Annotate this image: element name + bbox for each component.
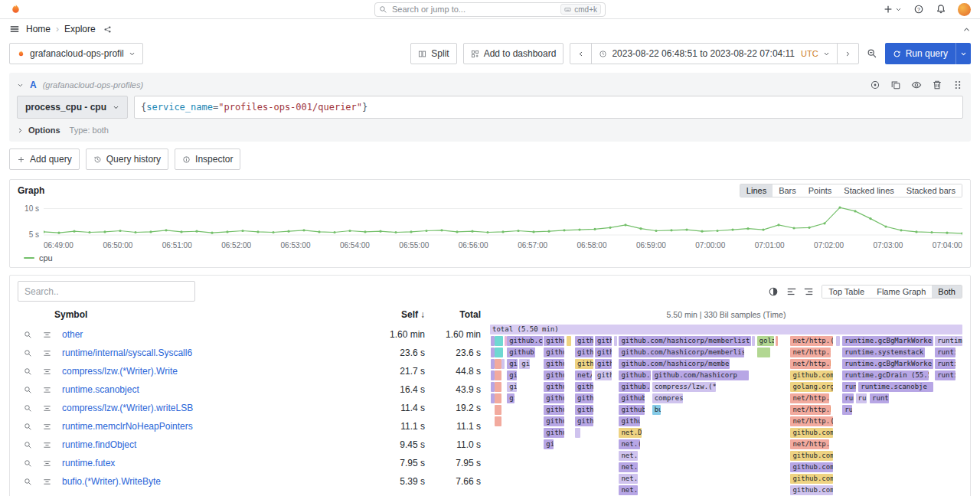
flame-block[interactable]: github.cc [507, 336, 543, 346]
flame-block[interactable]: net.( [619, 462, 638, 472]
hide-response-button[interactable] [911, 80, 922, 90]
run-query-options-button[interactable] [956, 43, 971, 64]
sandwich-view-icon[interactable] [43, 329, 54, 340]
sandwich-view-icon[interactable] [43, 458, 54, 468]
flame-block[interactable] [575, 428, 580, 438]
flame-block[interactable]: github.com/g [790, 474, 833, 484]
flame-block[interactable]: net.(* [619, 439, 639, 449]
sandwich-view-icon[interactable] [43, 366, 54, 377]
flame-block[interactable]: runtime.systemstack ( [842, 348, 925, 357]
flame-block[interactable]: github.com/hashicorp/memberlist.( [619, 348, 744, 357]
flame-block[interactable] [614, 336, 617, 346]
notifications-button[interactable] [936, 4, 946, 15]
search-symbol-icon[interactable] [24, 476, 34, 487]
flame-block[interactable]: net.Di [619, 428, 642, 438]
flame-block[interactable]: net/http.ser [790, 348, 831, 357]
flame-block[interactable]: runt [870, 393, 889, 403]
flame-block[interactable]: net/http.Hanc [790, 405, 831, 415]
flame-block[interactable] [491, 359, 494, 369]
flame-block[interactable]: gola [757, 336, 774, 346]
flame-block[interactable] [495, 416, 501, 426]
grafana-logo[interactable] [9, 3, 22, 16]
symbol-link[interactable]: compress/lzw.(*Writer).writeLSB [62, 403, 360, 413]
flame-block[interactable]: git [507, 370, 516, 380]
flame-block[interactable]: github.com/hashicorp/memberlist.(* [619, 336, 750, 346]
flame-block[interactable]: github.com/g [790, 370, 833, 380]
add-to-dashboard-button[interactable]: Add to dashboard [463, 43, 564, 64]
flame-block[interactable]: githu [544, 370, 564, 380]
flame-block[interactable] [495, 359, 501, 369]
flame-block[interactable]: git [507, 359, 518, 369]
flame-block[interactable]: github.com/g [790, 428, 833, 438]
color-scheme-button[interactable] [768, 286, 779, 297]
toggle-bars[interactable]: Bars [773, 184, 802, 197]
flame-block[interactable] [752, 336, 755, 346]
symbol-link[interactable]: runtime/internal/syscall.Syscall6 [62, 348, 360, 358]
sandwich-view-icon[interactable] [43, 384, 54, 395]
flame-block[interactable]: githu [544, 393, 564, 403]
sandwich-view-icon[interactable] [43, 421, 54, 432]
toggle-stacked-bars[interactable]: Stacked bars [900, 184, 962, 197]
query-status-button[interactable] [870, 80, 880, 90]
flame-block[interactable]: bu [652, 405, 661, 415]
flame-block[interactable] [757, 348, 770, 357]
flame-block[interactable]: net/http.(*c [790, 336, 833, 346]
column-self[interactable]: Self↓ [360, 309, 425, 320]
align-left-button[interactable] [786, 286, 797, 297]
flame-block[interactable]: net/http.(*c [790, 416, 833, 426]
flame-block[interactable]: git [519, 359, 530, 369]
flame-block[interactable]: runti [935, 359, 956, 369]
flame-block[interactable]: githu [575, 393, 593, 403]
column-total[interactable]: Total [425, 309, 490, 320]
flame-block[interactable]: githu [575, 382, 593, 392]
symbol-link[interactable]: bufio.(*Writer).WriteByte [62, 476, 360, 487]
flame-block[interactable]: githu [595, 336, 612, 346]
search-symbol-icon[interactable] [24, 439, 34, 450]
flame-block[interactable]: compres [652, 393, 683, 403]
flame-block[interactable]: githu [544, 416, 564, 426]
inspector-button[interactable]: Inspector [175, 148, 240, 170]
flame-block[interactable]: githu [595, 370, 612, 380]
flame-block[interactable]: githu [544, 348, 564, 357]
global-search[interactable]: Search or jump to... cmd+k [374, 2, 606, 17]
help-button[interactable]: ? [913, 4, 924, 15]
flame-block[interactable]: github.com/hashicorp [652, 370, 749, 380]
flame-block[interactable]: net.( [619, 474, 638, 484]
flame-block[interactable]: net/h [575, 370, 592, 380]
flame-block[interactable]: rur [842, 405, 851, 415]
zoom-out-button[interactable] [865, 43, 879, 64]
flame-block[interactable]: net.( [619, 485, 638, 495]
label-selector-input[interactable]: {service_name="profiles-ops-001/querier"… [134, 96, 963, 119]
flame-block[interactable]: gi [544, 439, 553, 449]
flame-block[interactable]: github.c [619, 393, 645, 403]
query-options-row[interactable]: Options Type: both [17, 126, 963, 135]
flame-block[interactable] [495, 405, 501, 415]
flame-block[interactable] [491, 336, 494, 346]
cpu-chart[interactable]: 10 s 5 s 06:49:0006:50:0006:51:0006:52:0… [18, 201, 962, 250]
time-range-button[interactable]: 2023-08-22 06:48:51 to 2023-08-22 07:04:… [591, 43, 837, 64]
flame-block[interactable]: github.c [619, 405, 645, 415]
flame-block[interactable] [491, 382, 494, 392]
flame-block[interactable]: git [507, 382, 516, 392]
symbol-link[interactable]: runtime.memclrNoHeapPointers [62, 421, 360, 432]
split-button[interactable]: Split [410, 43, 456, 64]
chart-legend[interactable]: cpu [24, 253, 962, 263]
flame-block[interactable]: runtime.scanobje [858, 382, 933, 392]
flame-block[interactable]: runtime.gcBgMarkWorke [842, 359, 933, 369]
run-query-button[interactable]: Run query [885, 43, 956, 64]
flame-block[interactable]: runtime.gcBgMarkWorke [842, 336, 933, 346]
flame-block[interactable]: runtime.gcDrain (55.5 [842, 370, 929, 380]
sandwich-view-icon[interactable] [43, 403, 54, 413]
flame-block[interactable]: github.com/g [790, 485, 833, 495]
search-symbol-icon[interactable] [24, 458, 34, 468]
flame-block[interactable]: compress/lzw.(*W [652, 382, 716, 392]
new-menu-button[interactable] [883, 4, 902, 15]
flame-block[interactable]: net/http.Han [790, 359, 831, 369]
menu-button[interactable] [9, 24, 20, 34]
flame-block[interactable]: github.com/hashicorp/memberli [619, 359, 730, 369]
sandwich-view-icon[interactable] [43, 348, 54, 358]
toggle-stacked-lines[interactable]: Stacked lines [838, 184, 900, 197]
search-symbol-icon[interactable] [24, 329, 34, 340]
time-shift-forward-button[interactable] [837, 43, 859, 64]
flame-block[interactable]: githu [544, 405, 564, 415]
